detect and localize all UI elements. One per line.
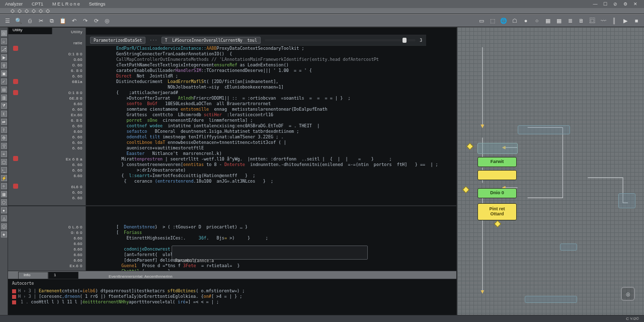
run-icon[interactable]: ▶ [1, 54, 7, 60]
ruler-tick-icon [32, 9, 36, 13]
ruler-tick-icon [25, 9, 29, 13]
close-icon[interactable]: ✕ [632, 2, 639, 7]
target-icon[interactable]: ◎ [103, 16, 112, 25]
record-icon[interactable]: ● [521, 16, 530, 25]
line-number: 6.60 [73, 247, 83, 252]
diagram-block[interactable] [518, 125, 570, 134]
refresh-icon[interactable]: ⟳ [92, 16, 101, 25]
diagram-canvas[interactable]: Farwit Dnio 0 Pint ret Ottard ◎ [457, 27, 644, 315]
gutter-mark-icon [13, 178, 18, 183]
gutter-mark-icon [13, 134, 18, 139]
paste-icon[interactable]: 📋 [58, 16, 67, 25]
files-icon[interactable]: ⌂ [1, 30, 7, 36]
hex-icon[interactable]: ⬡ [1, 199, 7, 205]
breadcrumb[interactable]: ParameterizedDataSet [90, 37, 145, 44]
star-icon[interactable]: ★ [1, 231, 7, 237]
layout-icon[interactable]: ⿴ [588, 16, 597, 25]
line-number: 6L6 0 [71, 184, 83, 190]
line-number: 6.60 [73, 258, 83, 263]
output-line: H › 3 | Earmenentcntsto(=ielb6) dtpearnr… [12, 288, 452, 294]
editor-tab[interactable]: Utility [8, 27, 52, 34]
title-bar: Analyzer CPT1 M E L R o n e Settings — ☐… [0, 0, 644, 8]
info-icon[interactable]: ⓘ [1, 223, 7, 229]
output-panel[interactable]: Autocorte H › 3 | Earmenentcntsto(=ielb6… [8, 279, 456, 315]
screen-icon[interactable]: ▭ [477, 16, 486, 25]
diagram-compass-icon[interactable]: ◎ [621, 287, 635, 301]
gutter-mark-icon [13, 195, 18, 200]
sum-icon[interactable]: Σ [1, 111, 7, 117]
branch-icon[interactable]: ⎇ [1, 46, 7, 52]
gear-icon[interactable]: ⚙ [1, 135, 7, 141]
output-line: 1 . cooHttl l ) l 11 l |éoitttorernentNH… [12, 299, 452, 305]
bell-icon[interactable]: ☖ [510, 16, 519, 25]
diagram-node[interactable]: Farwit [477, 157, 517, 167]
play-icon[interactable]: ▶ [621, 16, 630, 25]
page-icon[interactable]: 🗎 [577, 16, 586, 25]
line-number: 6. 60 [72, 73, 83, 79]
dot-icon[interactable]: ○ [532, 16, 541, 25]
search-icon[interactable]: 🔍 [14, 16, 23, 25]
undo-icon[interactable]: ↶ [69, 16, 78, 25]
cut-icon[interactable]: ✂ [36, 16, 45, 25]
search-icon[interactable]: ⌕ [1, 38, 7, 44]
tree-icon[interactable]: ☰ [3, 16, 12, 25]
diagram-node[interactable]: Pint ret Ottard [477, 203, 517, 220]
grid-icon[interactable]: ▦ [543, 16, 552, 25]
wand-icon[interactable]: ✧ [1, 183, 7, 189]
diagram-block[interactable] [560, 244, 577, 251]
diagram-node[interactable] [477, 170, 517, 180]
diagram-block[interactable] [525, 296, 577, 303]
title-tab[interactable]: M E L R o n e [52, 2, 80, 7]
gutter-mark-icon [13, 239, 18, 244]
globe-icon[interactable]: 🌐 [499, 16, 508, 25]
diff-icon[interactable]: ⇄ [1, 119, 7, 125]
minimize-icon[interactable]: — [592, 2, 599, 7]
line-number: 6. 60 [72, 123, 83, 129]
gutter-mark-icon [13, 224, 18, 228]
panel-tab-info[interactable]: Info [18, 272, 48, 279]
grid-icon[interactable]: ▦ [554, 16, 564, 25]
columns-icon[interactable]: ║ [610, 16, 619, 25]
gutter-mark-icon [13, 73, 18, 78]
warn-icon[interactable]: △ [1, 215, 7, 221]
title-tab[interactable]: CPT1 [32, 2, 43, 7]
rocket-icon[interactable]: ⇪ [1, 127, 7, 133]
stop-icon[interactable]: ■ [632, 16, 641, 25]
tag-icon[interactable]: ⧩ [1, 103, 7, 109]
code-line: odendtol tilt imestnege tenIfliffyyinat:… [116, 134, 453, 140]
dot-icon[interactable]: ● [1, 207, 7, 213]
folder-icon[interactable]: ▢ [1, 159, 7, 165]
gear-icon[interactable]: ⚙ [622, 2, 629, 7]
diagram-node[interactable]: Dnio 0 [477, 188, 517, 198]
copy-icon[interactable]: ⧉ [47, 16, 56, 25]
list-icon[interactable]: ≡ [1, 151, 7, 157]
cube-icon[interactable]: ⬚ [488, 16, 497, 25]
diagram-node-ghost[interactable] [477, 143, 518, 154]
bolt-icon[interactable]: ⚡ [1, 175, 7, 181]
grid-icon[interactable]: ▦ [1, 191, 7, 197]
code-area[interactable]: Parambal(annce:a NGlOSE.fr.AflOLJHoerera… [86, 206, 456, 271]
title-tab[interactable]: Analyzer [5, 2, 23, 7]
db-icon[interactable]: ▤ [1, 87, 7, 93]
layers-icon[interactable]: ≣ [566, 16, 575, 25]
gutter-mark-icon [13, 46, 18, 51]
diagram-block[interactable] [618, 193, 635, 208]
ext-icon[interactable]: ▣ [1, 70, 7, 76]
ruler [0, 8, 644, 14]
terminal-icon[interactable]: ›_ [1, 167, 7, 173]
panel-tab-output[interactable]: 1 [48, 272, 78, 279]
line-number: 6.60 [73, 129, 83, 134]
code-area[interactable]: ParameterizedDataSet ··· T L#SourceInner… [86, 28, 456, 205]
pin-icon[interactable]: ⊘ [612, 2, 619, 7]
redo-icon[interactable]: ↷ [80, 16, 90, 25]
title-tab[interactable]: Settings [89, 2, 106, 7]
debug-icon[interactable]: ⚲ [1, 62, 7, 68]
filter-icon[interactable]: ▽ [1, 143, 7, 149]
test-icon[interactable]: ✓ [1, 78, 7, 85]
restore-icon[interactable]: ☐ [602, 2, 609, 7]
save-icon[interactable]: ⎙ [25, 16, 34, 25]
wave-icon[interactable]: 〰 [599, 16, 608, 25]
code-line: somntane cienstamene entstomille ennag m… [116, 107, 453, 112]
zoom-slider[interactable] [265, 39, 416, 41]
chart-icon[interactable]: ▥ [1, 95, 7, 101]
